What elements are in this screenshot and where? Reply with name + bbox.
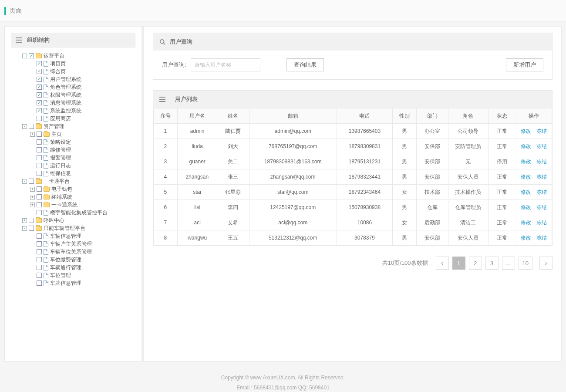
freeze-link[interactable]: 冻结 [536, 204, 547, 210]
checkbox[interactable] [37, 194, 42, 199]
expand-icon[interactable]: + [30, 132, 35, 137]
add-user-button[interactable]: 新增用户 [506, 58, 543, 71]
tree-row[interactable]: 维修管理 [30, 146, 135, 154]
tree-row[interactable]: 车牌信息管理 [30, 279, 135, 287]
tree-row[interactable]: 报警管理 [30, 154, 135, 162]
freeze-link[interactable]: 冻结 [536, 235, 547, 241]
tree-row[interactable]: -资产管理 [22, 122, 135, 130]
tree-row[interactable]: 车辆信息管理 [30, 232, 135, 240]
checkbox[interactable]: ✓ [29, 53, 34, 58]
checkbox[interactable] [37, 155, 42, 160]
checkbox[interactable]: ✓ [37, 100, 42, 105]
freeze-link[interactable]: 冻结 [536, 143, 547, 149]
page-prev[interactable]: ‹ [436, 257, 449, 270]
checkbox[interactable] [37, 147, 42, 152]
tree-row[interactable]: -一卡通平台 [22, 177, 135, 185]
edit-link[interactable]: 修改 [521, 128, 531, 134]
tree-row[interactable]: +终端系统 [30, 193, 135, 201]
tree-row[interactable]: 应用商店 [30, 115, 135, 122]
page-next[interactable]: › [539, 257, 553, 270]
tree-row[interactable]: 车辆车位关系管理 [30, 248, 135, 256]
checkbox[interactable] [37, 233, 42, 239]
checkbox[interactable] [37, 257, 42, 262]
tree-label: 应用商店 [50, 115, 71, 122]
checkbox[interactable] [29, 124, 34, 129]
tree-row[interactable]: +呼叫中心 [22, 216, 135, 224]
checkbox[interactable]: ✓ [37, 84, 42, 90]
tree-row[interactable]: ✓消息管理系统 [30, 99, 135, 107]
edit-link[interactable]: 修改 [521, 220, 531, 226]
tree-row[interactable]: ✓用户管理系统 [30, 75, 135, 83]
page-number[interactable]: 10 [519, 257, 532, 270]
expand-icon[interactable]: + [30, 203, 35, 207]
expand-icon[interactable]: + [22, 218, 27, 223]
tree-row[interactable]: -✓运营平台 [22, 52, 135, 60]
page-number[interactable]: 2 [469, 257, 482, 270]
tree-row[interactable]: 车辆户主关系管理 [30, 240, 135, 248]
checkbox[interactable] [37, 171, 42, 176]
checkbox[interactable] [37, 202, 42, 207]
checkbox[interactable] [37, 186, 42, 192]
checkbox[interactable]: ✓ [37, 69, 42, 74]
table-cell: 陆仁贾 [217, 124, 249, 139]
tree-row[interactable]: ✓系统监控系统 [30, 107, 135, 115]
checkbox[interactable]: ✓ [37, 77, 42, 82]
checkbox[interactable]: ✓ [37, 108, 42, 113]
checkbox[interactable] [37, 280, 42, 286]
freeze-link[interactable]: 冻结 [536, 128, 547, 134]
collapse-icon[interactable]: - [22, 54, 27, 58]
username-input[interactable] [191, 58, 260, 71]
tree-row[interactable]: ✓角色管理系统 [30, 83, 135, 91]
edit-link[interactable]: 修改 [521, 235, 531, 241]
freeze-link[interactable]: 冻结 [536, 189, 547, 195]
edit-link[interactable]: 修改 [521, 143, 531, 149]
checkbox[interactable] [29, 226, 34, 231]
edit-link[interactable]: 修改 [521, 189, 531, 195]
tree-row[interactable]: +一卡通系统 [30, 201, 135, 209]
expand-icon[interactable]: + [30, 195, 35, 199]
checkbox[interactable]: ✓ [37, 92, 42, 98]
table-cell-actions: 修改冻结 [516, 169, 552, 185]
tree-row[interactable]: 楼宇智能化集成管控平台 [30, 209, 135, 216]
tree-row[interactable]: ✓综合页 [30, 68, 135, 75]
tree-row[interactable]: -只能车辆管理平台 [22, 224, 135, 232]
edit-link[interactable]: 修改 [521, 204, 531, 210]
checkbox[interactable] [29, 179, 34, 184]
tree-row[interactable]: ✓权限管理系统 [30, 91, 135, 99]
table-cell: 男 [392, 200, 416, 215]
checkbox[interactable] [37, 163, 42, 168]
tree-row[interactable]: 策略设定 [30, 138, 135, 146]
tree-row[interactable]: ✓项目页 [30, 60, 135, 68]
tree-row[interactable]: 维保信息 [30, 169, 135, 177]
collapse-icon[interactable]: - [22, 124, 27, 129]
page-number[interactable]: 3 [485, 257, 499, 270]
freeze-link[interactable]: 冻结 [536, 159, 547, 165]
tree-row[interactable]: 车位管理 [30, 271, 135, 279]
checkbox[interactable] [37, 210, 42, 215]
checkbox[interactable] [37, 273, 42, 278]
tree-row[interactable]: +主页 [30, 130, 135, 138]
checkbox[interactable] [37, 116, 42, 121]
edit-link[interactable]: 修改 [521, 159, 531, 165]
toggle-placeholder [30, 101, 35, 105]
checkbox[interactable] [37, 132, 42, 137]
tree-row[interactable]: 车位缴费管理 [30, 256, 135, 264]
freeze-link[interactable]: 冻结 [536, 220, 547, 226]
checkbox[interactable] [29, 218, 34, 223]
edit-link[interactable]: 修改 [521, 174, 531, 180]
tree-row[interactable]: 车辆通行管理 [30, 264, 135, 271]
freeze-link[interactable]: 冻结 [536, 174, 547, 180]
tree-row[interactable]: +电子钱包 [30, 185, 135, 193]
checkbox[interactable] [37, 265, 42, 270]
page-number[interactable]: 1 [452, 257, 465, 270]
query-button[interactable]: 查询结果 [286, 58, 324, 71]
checkbox[interactable] [37, 241, 42, 247]
tree-row[interactable]: 运行日志 [30, 162, 135, 169]
checkbox[interactable] [37, 249, 42, 254]
collapse-icon[interactable]: - [22, 226, 27, 231]
collapse-icon[interactable]: - [22, 179, 27, 184]
checkbox[interactable] [37, 139, 42, 145]
checkbox[interactable]: ✓ [37, 61, 42, 66]
expand-icon[interactable]: + [30, 187, 35, 192]
table-row: 4zhangsan张三zhangsan@qq.com18798323441男安保… [154, 169, 552, 185]
